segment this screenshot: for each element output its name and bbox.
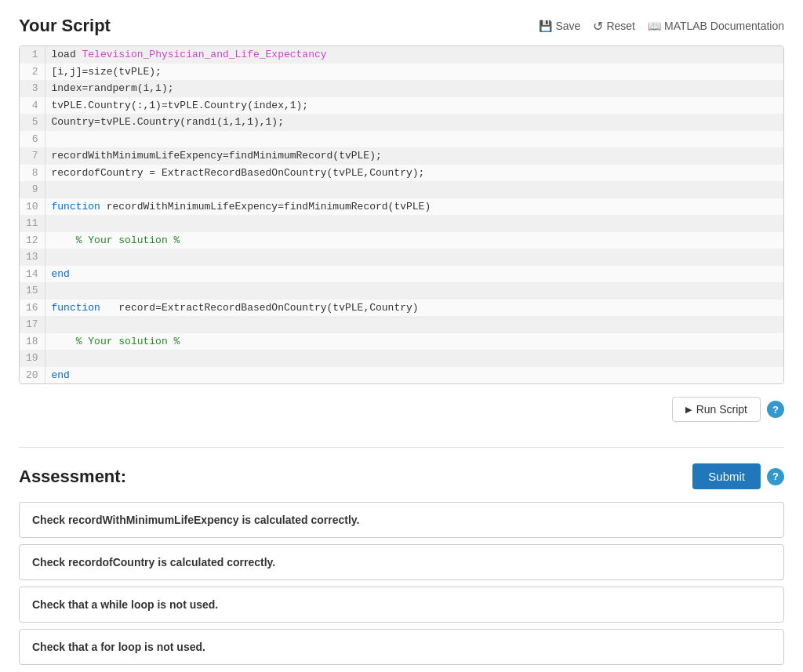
line-number: 2 (20, 64, 45, 81)
book-icon: 📖 (648, 20, 661, 32)
section-divider (19, 447, 784, 448)
line-number: 11 (20, 215, 45, 232)
script-section-header: Your Script 💾 Save ↺ Reset 📖 MATLAB Docu… (19, 16, 784, 36)
line-code: % Your solution % (45, 232, 783, 249)
play-icon: ▶ (685, 405, 692, 415)
run-help-icon[interactable]: ? (767, 401, 784, 418)
assessment-help-icon[interactable]: ? (767, 468, 784, 485)
reset-button[interactable]: ↺ Reset (593, 19, 635, 34)
line-number: 18 (20, 333, 45, 351)
check-item-label: Check recordWithMinimumLifeExpency is ca… (32, 514, 359, 526)
line-number: 8 (20, 165, 45, 182)
check-item: Check recordWithMinimumLifeExpency is ca… (19, 502, 784, 538)
line-number: 9 (20, 181, 45, 198)
line-code: % Your solution % (45, 333, 783, 351)
line-code (45, 282, 783, 300)
line-code: Country=tvPLE.Country(randi(i,1,1),1); (45, 114, 783, 131)
line-code (45, 131, 783, 148)
line-number: 4 (20, 97, 45, 114)
line-code: tvPLE.Country(:,1)=tvPLE.Country(index,1… (45, 97, 783, 114)
line-code (45, 181, 783, 198)
line-code: [i,j]=size(tvPLE); (45, 64, 783, 81)
line-number: 13 (20, 249, 45, 266)
header-actions: 💾 Save ↺ Reset 📖 MATLAB Documentation (539, 19, 784, 34)
matlab-docs-button[interactable]: 📖 MATLAB Documentation (648, 20, 784, 32)
line-number: 12 (20, 232, 45, 249)
line-code: end (45, 266, 783, 283)
line-number: 10 (20, 198, 45, 216)
line-code: end (45, 367, 783, 384)
check-item: Check recordofCountry is calculated corr… (19, 544, 784, 580)
check-item: Check that a while loop is not used. (19, 587, 784, 623)
line-number: 7 (20, 147, 45, 165)
line-code (45, 316, 783, 333)
check-item-label: Check that a for loop is not used. (32, 641, 205, 653)
line-code: function record=ExtractRecordBasedOnCoun… (45, 300, 783, 317)
check-item: Check that a for loop is not used. (19, 629, 784, 665)
save-label: Save (555, 20, 580, 32)
reset-label: Reset (606, 20, 635, 32)
line-number: 17 (20, 316, 45, 333)
reset-icon: ↺ (593, 19, 603, 34)
line-number: 14 (20, 266, 45, 283)
line-code (45, 249, 783, 266)
line-number: 3 (20, 80, 45, 97)
code-table: 1load Television_Physician_and_Life_Expe… (20, 46, 783, 383)
line-number: 20 (20, 367, 45, 384)
line-number: 5 (20, 114, 45, 131)
line-code: index=randperm(i,i); (45, 80, 783, 97)
save-button[interactable]: 💾 Save (539, 20, 580, 32)
line-number: 6 (20, 131, 45, 148)
assessment-title: Assessment: (19, 467, 126, 487)
matlab-docs-label: MATLAB Documentation (664, 20, 784, 32)
line-number: 1 (20, 46, 45, 64)
run-area: ▶ Run Script ? (19, 397, 784, 422)
code-editor[interactable]: 1load Television_Physician_and_Life_Expe… (19, 45, 784, 384)
script-title: Your Script (19, 16, 111, 36)
assessment-actions: Submit ? (692, 463, 784, 489)
run-script-label: Run Script (696, 403, 747, 416)
save-icon: 💾 (539, 20, 552, 32)
line-number: 16 (20, 300, 45, 317)
submit-button[interactable]: Submit (692, 463, 761, 489)
assessment-header: Assessment: Submit ? (19, 463, 784, 489)
line-code: recordofCountry = ExtractRecordBasedOnCo… (45, 165, 783, 182)
line-code: recordWithMinimumLifeExpency=findMinimum… (45, 147, 783, 165)
line-code: function recordWithMinimumLifeExpency=fi… (45, 198, 783, 216)
check-item-label: Check that a while loop is not used. (32, 598, 218, 611)
checks-container: Check recordWithMinimumLifeExpency is ca… (19, 502, 784, 665)
line-number: 15 (20, 282, 45, 300)
line-code (45, 350, 783, 367)
check-item-label: Check recordofCountry is calculated corr… (32, 556, 275, 568)
line-number: 19 (20, 350, 45, 367)
run-script-button[interactable]: ▶ Run Script (672, 397, 761, 422)
line-code: load Television_Physician_and_Life_Expec… (45, 46, 783, 64)
line-code (45, 215, 783, 232)
